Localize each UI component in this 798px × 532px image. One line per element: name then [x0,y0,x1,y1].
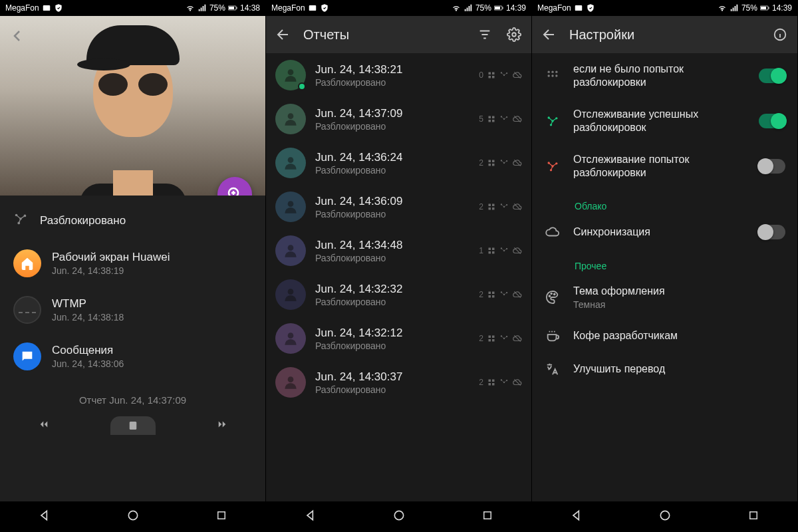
report-row[interactable]: Jun. 24, 14:30:37Разблокировано2 [266,360,531,404]
shield-check-icon [320,3,329,13]
app-row[interactable]: WTMPJun. 24, 14:38:18 [0,287,265,333]
screen-reports: MegaFon 75% 14:39 Отчеты Jun. 24, 14:38:… [266,0,532,532]
nav-recent-icon[interactable] [215,509,227,524]
report-count: 2 [479,334,483,343]
report-row[interactable]: Jun. 24, 14:37:09Разблокировано5 [266,97,531,141]
toggle[interactable] [759,68,785,83]
tracking-small-icon [499,334,509,343]
toggle[interactable] [759,159,785,174]
person-face [73,24,193,170]
report-row[interactable]: Jun. 24, 14:36:09Разблокировано2 [266,185,531,229]
setting-sync[interactable]: Синхронизация [532,215,797,249]
report-meta: 1 [479,246,522,255]
svg-rect-9 [129,422,136,430]
zoom-fab[interactable] [217,177,252,196]
svg-rect-66 [489,336,491,338]
filter-button[interactable] [475,25,494,44]
apps-count-icon [487,115,495,123]
apps-count-icon [487,334,495,342]
nav-recent-icon[interactable] [481,509,493,524]
svg-point-88 [548,71,550,73]
signal-icon [730,3,739,13]
svg-rect-58 [489,292,491,295]
report-row[interactable]: Jun. 24, 14:36:24Разблокировано2 [266,141,531,185]
app-icon [13,249,41,277]
nav-recent-icon[interactable] [747,509,759,524]
screen-settings: MegaFon 75% 14:39 Настройки если не было… [532,0,798,532]
svg-rect-60 [489,295,491,298]
report-count: 2 [479,290,483,299]
apps-count-icon [487,71,495,79]
nav-home-icon[interactable] [658,509,672,525]
report-row[interactable]: Jun. 24, 14:34:48Разблокировано1 [266,229,531,273]
nav-bar [0,501,265,532]
svg-rect-15 [502,7,503,9]
battery-icon [760,3,769,13]
nav-back-icon[interactable] [570,509,583,525]
setting-track-success[interactable]: Отслеживание успешных разблокировок [532,98,797,144]
app-name: WTMP [52,297,124,311]
nav-home-icon[interactable] [392,509,406,525]
settings-button[interactable] [505,25,523,44]
svg-point-73 [288,376,294,382]
svg-rect-12 [309,5,316,11]
svg-point-41 [288,201,294,207]
svg-rect-82 [484,512,491,519]
svg-rect-0 [43,5,50,11]
toggle[interactable] [759,114,785,128]
setting-label: Отслеживание успешных разблокировок [573,108,747,134]
svg-rect-74 [489,380,491,382]
section-cloud: Облако [532,189,797,215]
report-time: Jun. 24, 14:37:09 [315,107,402,120]
report-meta: 5 [479,114,522,124]
seek-prev-icon[interactable] [37,418,51,433]
app-row[interactable]: Рабочий экран HuaweiJun. 24, 14:38:19 [0,240,265,287]
toggle[interactable] [759,225,785,239]
report-row[interactable]: Jun. 24, 14:32:12Разблокировано2 [266,317,531,360]
report-row[interactable]: Jun. 24, 14:32:32Разблокировано2 [266,273,531,317]
tracking-small-icon [499,158,509,168]
back-button[interactable] [540,25,559,44]
apps-count-icon [487,203,495,211]
pager-handle[interactable] [110,416,156,435]
signal-icon [198,3,207,13]
report-row[interactable]: Jun. 24, 14:38:21Разблокировано0 [266,53,531,97]
svg-point-17 [288,69,294,75]
svg-point-93 [555,74,557,76]
back-button[interactable] [8,27,27,45]
setting-sub: Темная [573,299,785,310]
seek-next-icon[interactable] [215,418,229,433]
nav-home-icon[interactable] [126,509,140,525]
setting-label: Отслеживание попыток разблокировки [573,153,747,180]
app-row[interactable]: СообщенияJun. 24, 14:38:06 [0,333,265,380]
report-meta: 2 [479,158,522,168]
svg-rect-69 [492,339,495,342]
setting-coffee[interactable]: Кофе разработчикам [532,319,797,352]
report-status: Разблокировано [315,209,402,219]
svg-point-91 [548,74,550,76]
svg-point-65 [288,332,294,338]
report-count: 2 [479,202,483,211]
setting-translate[interactable]: Улучшить перевод [532,352,797,386]
setting-theme[interactable]: Тема оформления Темная [532,275,797,319]
setting-label: Кофе разработчикам [573,329,785,342]
svg-rect-61 [492,295,495,298]
setting-no-attempts[interactable]: если не было попыток разблокировки [532,53,797,98]
dots-icon [544,69,561,82]
app-bar: Отчеты [266,16,531,53]
back-button[interactable] [274,25,293,44]
avatar [275,192,306,222]
info-button[interactable] [771,25,789,44]
nav-back-icon[interactable] [38,509,51,525]
svg-rect-67 [492,336,495,338]
svg-point-92 [551,74,553,76]
report-meta: 2 [479,378,522,387]
svg-rect-43 [492,204,495,207]
captured-photo[interactable] [0,16,265,196]
report-count: 2 [479,378,483,387]
clock: 14:39 [506,3,526,13]
clock: 14:38 [240,3,260,13]
nav-back-icon[interactable] [304,509,317,525]
svg-rect-53 [492,251,495,254]
setting-track-attempts[interactable]: Отслеживание попыток разблокировки [532,144,797,189]
